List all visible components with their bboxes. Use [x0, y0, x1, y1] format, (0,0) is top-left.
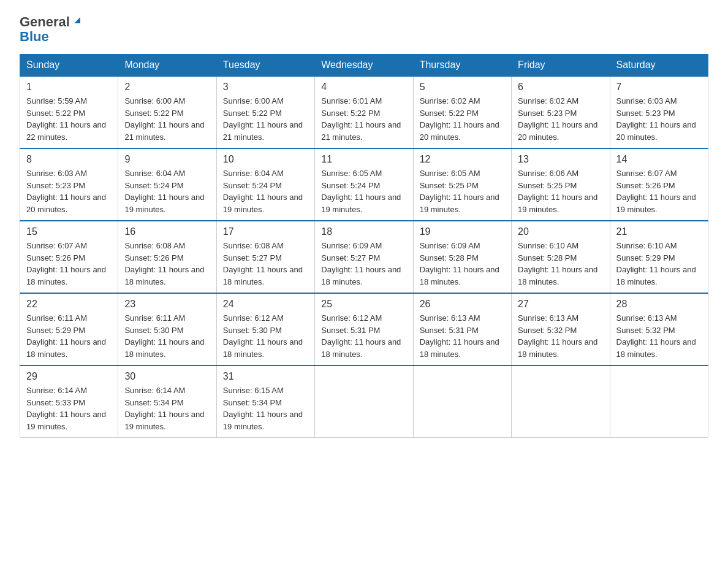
sunrise-label: Sunrise: 6:10 AM [518, 241, 578, 250]
day-info: Sunrise: 6:13 AM Sunset: 5:31 PM Dayligh… [420, 312, 505, 360]
daylight-label: Daylight: 11 hours and 19 minutes. [223, 193, 303, 214]
day-number: 23 [124, 299, 210, 310]
daylight-label: Daylight: 11 hours and 19 minutes. [124, 193, 204, 214]
sunrise-label: Sunrise: 6:08 AM [223, 241, 284, 250]
sunrise-label: Sunrise: 6:09 AM [420, 241, 480, 250]
sunset-label: Sunset: 5:22 PM [321, 109, 380, 118]
sunrise-label: Sunrise: 6:02 AM [518, 96, 578, 105]
calendar-cell [413, 366, 511, 438]
day-info: Sunrise: 6:11 AM Sunset: 5:30 PM Dayligh… [124, 312, 210, 360]
calendar-header-row: SundayMondayTuesdayWednesdayThursdayFrid… [20, 55, 708, 77]
sunset-label: Sunset: 5:25 PM [518, 181, 577, 190]
sunrise-label: Sunrise: 6:03 AM [616, 96, 677, 105]
logo-arrow-icon [72, 15, 83, 28]
day-header-wednesday: Wednesday [315, 55, 413, 77]
calendar-cell [512, 366, 610, 438]
sunset-label: Sunset: 5:24 PM [223, 181, 282, 190]
calendar-cell: 6 Sunrise: 6:02 AM Sunset: 5:23 PM Dayli… [512, 76, 610, 148]
day-number: 3 [223, 82, 308, 93]
sunrise-label: Sunrise: 6:00 AM [124, 96, 185, 105]
sunrise-label: Sunrise: 6:06 AM [518, 169, 578, 178]
calendar-cell: 17 Sunrise: 6:08 AM Sunset: 5:27 PM Dayl… [216, 221, 314, 293]
day-number: 17 [223, 226, 308, 237]
day-number: 9 [124, 154, 210, 165]
day-number: 15 [26, 226, 112, 237]
sunrise-label: Sunrise: 6:08 AM [124, 241, 185, 250]
daylight-label: Daylight: 11 hours and 18 minutes. [420, 265, 499, 286]
sunrise-label: Sunrise: 6:07 AM [616, 169, 677, 178]
calendar-cell: 20 Sunrise: 6:10 AM Sunset: 5:28 PM Dayl… [512, 221, 610, 293]
calendar-cell: 15 Sunrise: 6:07 AM Sunset: 5:26 PM Dayl… [20, 221, 118, 293]
calendar-cell: 25 Sunrise: 6:12 AM Sunset: 5:31 PM Dayl… [315, 293, 413, 366]
day-number: 4 [321, 82, 406, 93]
day-number: 21 [616, 226, 702, 237]
day-number: 27 [518, 299, 603, 310]
day-info: Sunrise: 6:05 AM Sunset: 5:25 PM Dayligh… [420, 167, 505, 215]
sunset-label: Sunset: 5:22 PM [420, 109, 479, 118]
sunset-label: Sunset: 5:26 PM [616, 181, 675, 190]
day-number: 16 [124, 226, 210, 237]
day-number: 13 [518, 154, 603, 165]
logo: General Blue [20, 15, 83, 44]
day-number: 5 [420, 82, 505, 93]
sunrise-label: Sunrise: 6:11 AM [26, 313, 87, 323]
calendar-cell: 7 Sunrise: 6:03 AM Sunset: 5:23 PM Dayli… [610, 76, 708, 148]
day-number: 11 [321, 154, 406, 165]
day-info: Sunrise: 6:03 AM Sunset: 5:23 PM Dayligh… [26, 167, 112, 215]
calendar-cell: 4 Sunrise: 6:01 AM Sunset: 5:22 PM Dayli… [315, 76, 413, 148]
day-info: Sunrise: 6:14 AM Sunset: 5:33 PM Dayligh… [26, 385, 112, 432]
page-header: General Blue [20, 15, 708, 44]
daylight-label: Daylight: 11 hours and 19 minutes. [616, 193, 696, 214]
day-info: Sunrise: 6:02 AM Sunset: 5:22 PM Dayligh… [420, 95, 505, 143]
sunset-label: Sunset: 5:23 PM [26, 181, 85, 190]
sunrise-label: Sunrise: 6:01 AM [321, 96, 382, 105]
calendar-cell: 5 Sunrise: 6:02 AM Sunset: 5:22 PM Dayli… [413, 76, 511, 148]
day-number: 1 [26, 82, 112, 93]
day-number: 30 [124, 371, 210, 382]
sunset-label: Sunset: 5:30 PM [223, 326, 282, 335]
day-info: Sunrise: 6:07 AM Sunset: 5:26 PM Dayligh… [616, 167, 702, 215]
sunrise-label: Sunrise: 6:11 AM [124, 313, 185, 323]
daylight-label: Daylight: 11 hours and 21 minutes. [321, 120, 401, 142]
sunset-label: Sunset: 5:23 PM [518, 109, 577, 118]
calendar-cell: 19 Sunrise: 6:09 AM Sunset: 5:28 PM Dayl… [413, 221, 511, 293]
daylight-label: Daylight: 11 hours and 18 minutes. [518, 265, 597, 286]
daylight-label: Daylight: 11 hours and 19 minutes. [124, 410, 204, 431]
day-info: Sunrise: 6:03 AM Sunset: 5:23 PM Dayligh… [616, 95, 702, 143]
calendar-cell: 10 Sunrise: 6:04 AM Sunset: 5:24 PM Dayl… [216, 148, 314, 221]
sunset-label: Sunset: 5:22 PM [124, 109, 183, 118]
calendar-week-row: 1 Sunrise: 5:59 AM Sunset: 5:22 PM Dayli… [20, 76, 708, 148]
daylight-label: Daylight: 11 hours and 21 minutes. [124, 120, 204, 142]
calendar-cell: 21 Sunrise: 6:10 AM Sunset: 5:29 PM Dayl… [610, 221, 708, 293]
sunset-label: Sunset: 5:32 PM [616, 326, 675, 335]
day-info: Sunrise: 6:08 AM Sunset: 5:26 PM Dayligh… [124, 240, 210, 288]
sunset-label: Sunset: 5:24 PM [321, 181, 380, 190]
calendar-cell: 23 Sunrise: 6:11 AM Sunset: 5:30 PM Dayl… [118, 293, 216, 366]
calendar-cell: 14 Sunrise: 6:07 AM Sunset: 5:26 PM Dayl… [610, 148, 708, 221]
calendar-cell: 11 Sunrise: 6:05 AM Sunset: 5:24 PM Dayl… [315, 148, 413, 221]
day-info: Sunrise: 6:12 AM Sunset: 5:31 PM Dayligh… [321, 312, 406, 360]
day-info: Sunrise: 6:06 AM Sunset: 5:25 PM Dayligh… [518, 167, 603, 215]
sunset-label: Sunset: 5:28 PM [518, 253, 577, 262]
daylight-label: Daylight: 11 hours and 19 minutes. [321, 193, 401, 214]
day-number: 20 [518, 226, 603, 237]
day-info: Sunrise: 6:12 AM Sunset: 5:30 PM Dayligh… [223, 312, 308, 360]
sunset-label: Sunset: 5:24 PM [124, 181, 183, 190]
sunrise-label: Sunrise: 6:10 AM [616, 241, 677, 250]
sunset-label: Sunset: 5:32 PM [518, 326, 577, 335]
calendar-cell: 29 Sunrise: 6:14 AM Sunset: 5:33 PM Dayl… [20, 366, 118, 438]
sunset-label: Sunset: 5:22 PM [26, 109, 85, 118]
day-info: Sunrise: 6:14 AM Sunset: 5:34 PM Dayligh… [124, 385, 210, 432]
daylight-label: Daylight: 11 hours and 18 minutes. [223, 265, 303, 286]
day-number: 10 [223, 154, 308, 165]
daylight-label: Daylight: 11 hours and 18 minutes. [420, 337, 499, 359]
calendar-cell [315, 366, 413, 438]
daylight-label: Daylight: 11 hours and 18 minutes. [124, 265, 204, 286]
sunset-label: Sunset: 5:30 PM [124, 326, 183, 335]
day-info: Sunrise: 5:59 AM Sunset: 5:22 PM Dayligh… [26, 95, 112, 143]
daylight-label: Daylight: 11 hours and 20 minutes. [518, 120, 597, 142]
day-info: Sunrise: 6:00 AM Sunset: 5:22 PM Dayligh… [124, 95, 210, 143]
sunset-label: Sunset: 5:31 PM [321, 326, 380, 335]
day-number: 12 [420, 154, 505, 165]
day-info: Sunrise: 6:00 AM Sunset: 5:22 PM Dayligh… [223, 95, 308, 143]
